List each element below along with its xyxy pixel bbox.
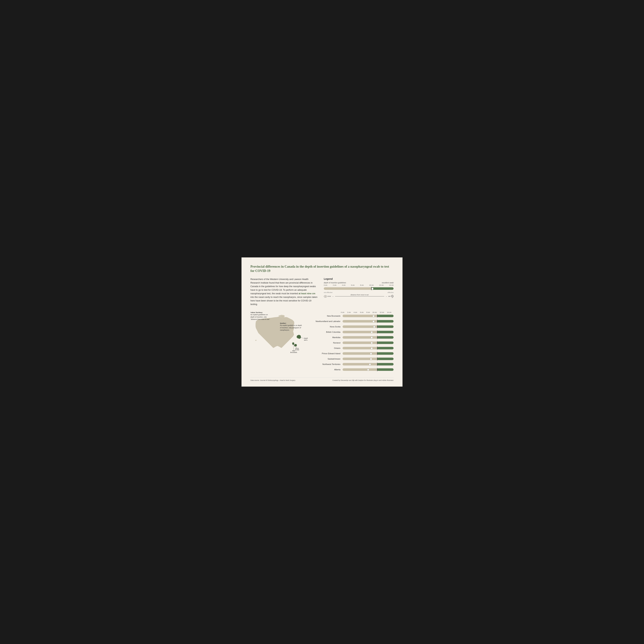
marker-line [377,336,377,339]
swab-dot [371,342,373,344]
footer: Data source: Journal of Otolaryngology -… [250,377,394,381]
legend-green-bar [371,287,394,290]
province-label: British Columbia [311,331,343,333]
svg-text:and Labrador: and Labrador [304,339,308,341]
chart-row: New Brunswick [311,314,394,318]
green-bar [377,352,394,355]
swab-dot [373,315,374,317]
bar-container [343,330,394,334]
swab-dot [371,347,373,349]
bar-container [343,363,394,366]
legend-depth-label: depth of insertion guidelines [324,282,346,284]
green-bar [377,315,394,317]
marker-line [377,347,377,350]
yukon-annotation: Yukon Territory: No explicit guidelines … [250,311,272,320]
province-label: Saskatchewan [311,358,343,360]
green-bar [377,336,394,339]
green-bar [377,347,394,349]
left-arrow: ← [332,295,334,297]
legend-labels-row: depth of insertion guidelines excellent … [324,282,394,284]
intro-text-after: into the nasal cavity to reach the nasop… [250,296,318,306]
chart-row: British Columbia [311,330,394,334]
legend-swab-dot [372,288,373,290]
bottom-section: Yukon Territory: No explicit guidelines … [250,311,394,373]
province-label: Manitoba [311,336,343,338]
bar-container [343,341,394,344]
province-label: Ontario [311,347,343,349]
intro-highlight: at least nine cm [299,292,315,295]
province-label: Alberta [311,369,343,371]
bar-container [343,352,394,355]
legend-cm-row: 0 cm 2 cm 4 cm 6 cm 8 cm 10 cm 12 cm 14 … [324,284,394,286]
top-section: Researchers of the Western University an… [250,277,394,306]
chart-row: Alberta [311,368,394,372]
legend-section: Legend depth of insertion guidelines exc… [324,277,394,306]
not-effective-label: not effective [324,292,333,293]
bar-container [343,336,394,339]
legend-effective-labels: not effective effective [324,292,394,293]
green-bar [377,341,394,344]
bar-container [343,347,394,350]
bar-container [343,357,394,360]
tan-bar [343,325,378,328]
legend-title: Legend [324,277,394,280]
marker-line [377,368,377,371]
distance-label: distance from nose to ear [350,294,369,296]
swab-dot [371,337,373,338]
chart-row: Newfoundland and Labrador [311,319,394,323]
tan-bar [343,315,378,317]
chart-row: Saskatchewan [311,357,394,361]
green-bar [377,325,394,328]
swab-dot [369,364,371,365]
chart-row: Nunavut [311,341,394,345]
legend-bar [324,287,394,291]
intro-text: Researchers of the Western University an… [250,277,318,306]
swab-dot [370,358,372,360]
marker-line [377,325,377,328]
tan-bar [343,320,378,323]
chart-section: 0 cm 2 cm 4 cm 6 cm 8 cm 10 cm 12 cm 14 … [311,311,394,373]
svg-point-1 [392,296,393,297]
green-bar [377,331,394,333]
infographic: Provincial differences in Canada in the … [241,257,403,387]
tan-bar [343,358,378,360]
province-label: Nunavut [311,342,343,344]
marker-line [377,330,377,334]
nose-ear-row: nose ← distance from nose to ear → ear [324,295,394,298]
swab-dot [373,326,375,328]
tan-bar [343,368,378,371]
svg-line-4 [301,337,304,338]
bar-container [343,320,394,323]
province-label: Newfoundland and Labrador [311,320,343,322]
bar-container [343,368,394,371]
swab-dot [371,331,373,333]
nose-label: nose [324,295,331,298]
main-title: Provincial differences in Canada in the … [250,265,394,273]
chart-row: Nova Scotia [311,325,394,329]
green-bar [377,320,394,323]
chart-row: Manitoba [311,335,394,339]
effective-label: effective [387,292,394,293]
marker-line [377,357,377,360]
marker-line [377,352,377,355]
province-label: Nova Scotia [311,326,343,328]
green-bar [377,363,394,365]
right-arrow: → [385,295,387,297]
chart-row: Ontario [311,346,394,350]
chart-row: Prince Edward Island [311,352,394,355]
province-label: New Brunswick [311,315,343,317]
province-label: Northwest Territories [311,363,343,365]
svg-text:Brunswick: Brunswick [290,352,297,353]
tan-bar [343,363,378,365]
data-source: Data source: Journal of Otolaryngology -… [250,379,295,381]
bar-container [343,325,394,328]
chart-row: Northwest Territories [311,362,394,366]
credit: Created by Dieuwertje van Dijk with Daty… [332,379,394,381]
tan-bar [343,352,378,355]
swab-dot [367,369,369,371]
ear-label: ear [388,295,394,298]
marker-line [377,320,377,323]
svg-text:Scotia: Scotia [295,349,299,351]
map-section: Yukon Territory: No explicit guidelines … [250,311,308,373]
chart-rows: New BrunswickNewfoundland and LabradorNo… [311,314,394,372]
